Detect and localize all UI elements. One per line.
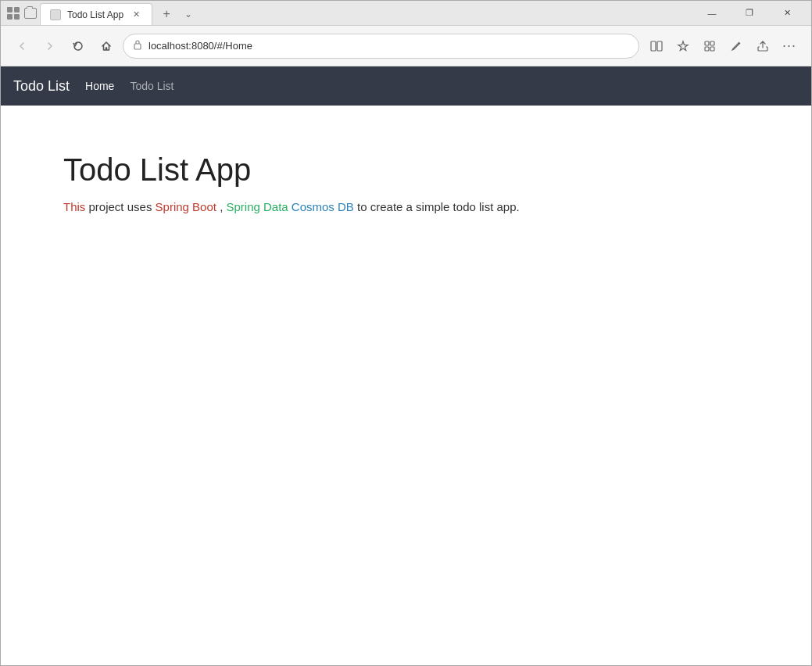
window-controls: — ❐ ✕ [694,1,805,26]
navbar-brand[interactable]: Todo List [13,78,70,95]
favorites-button[interactable] [671,34,696,59]
collections-button[interactable] [697,34,722,59]
browser-grid-icon[interactable] [7,7,20,20]
nav-right-icons: ··· [644,34,802,59]
desc-cosmos-db: Cosmos DB [292,200,354,213]
desc-spring-boot: Spring Boot [156,200,216,213]
back-button[interactable] [10,34,34,58]
tab-close-button[interactable]: ✕ [130,9,142,21]
desc-this: This [63,200,85,213]
page-description: This project uses Spring Boot , Spring D… [63,200,749,213]
nav-bar: localhost:8080/#/Home ··· [1,26,811,66]
tab-bar: Todo List App ✕ + ⌄ [40,1,691,25]
desc-text-2: to create a simple todo list app. [357,200,520,213]
desc-text-1: project uses [89,200,156,213]
page-title: Todo List App [63,152,749,188]
more-button[interactable]: ··· [777,34,802,59]
navbar-link-todolist[interactable]: Todo List [130,77,173,95]
svg-rect-1 [651,41,656,51]
url-text: localhost:8080/#/Home [148,40,629,52]
new-tab-button[interactable]: + [156,3,177,25]
browser-menu-icons [7,7,37,20]
address-bar[interactable]: localhost:8080/#/Home [123,34,639,59]
lock-icon [133,39,142,52]
svg-rect-4 [710,41,714,45]
home-button[interactable] [95,34,118,58]
restore-button[interactable]: ❐ [732,1,767,26]
tab-manager-icon[interactable] [24,8,37,19]
forward-button[interactable] [38,34,62,58]
browser-window: Todo List App ✕ + ⌄ — ❐ ✕ [0,0,812,666]
close-button[interactable]: ✕ [769,1,805,26]
pen-button[interactable] [724,34,749,59]
svg-rect-5 [705,47,709,51]
refresh-button[interactable] [66,34,90,58]
tab-dropdown-button[interactable]: ⌄ [177,3,199,25]
split-view-button[interactable] [644,34,669,59]
svg-rect-3 [705,41,709,45]
share-button[interactable] [750,34,775,59]
svg-rect-0 [134,44,141,49]
svg-rect-2 [657,41,662,51]
navbar-link-home[interactable]: Home [85,77,114,95]
tab-title-label: Todo List App [67,9,123,20]
tab-favicon-icon [50,9,61,20]
svg-rect-6 [710,47,714,51]
desc-spring-data: Spring Data [226,200,288,213]
minimize-button[interactable]: — [694,1,730,26]
page-content: Todo List App This project uses Spring B… [1,106,811,665]
active-tab[interactable]: Todo List App ✕ [40,3,152,25]
app-navbar: Todo List Home Todo List [1,66,811,106]
title-bar: Todo List App ✕ + ⌄ — ❐ ✕ [1,1,811,26]
